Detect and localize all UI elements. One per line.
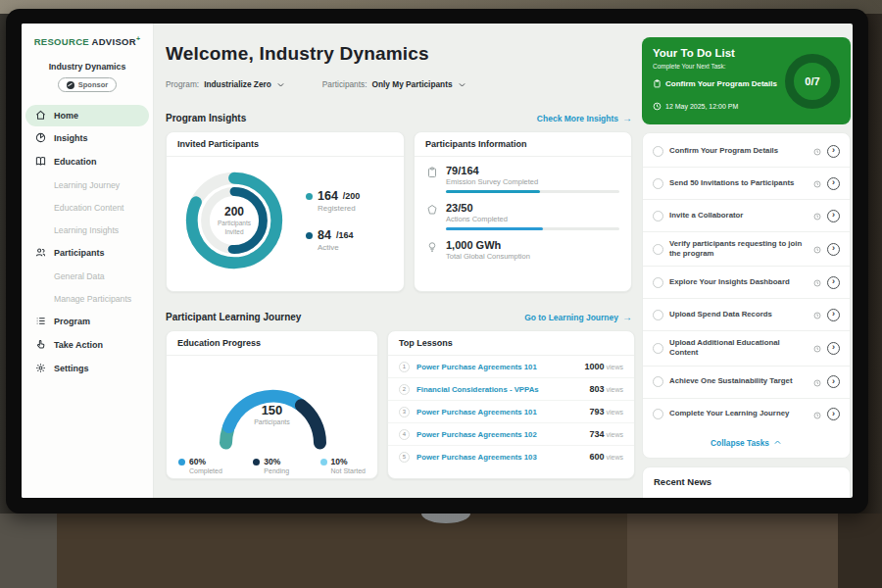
card-title: Invited Participants — [167, 132, 404, 157]
donut-center-label: Participants Invited — [209, 220, 260, 236]
legend-item-not-started: 10% Not Started — [320, 457, 366, 474]
sidebar-item-education-content[interactable]: Education Content — [22, 196, 153, 219]
task-due-icon — [813, 273, 821, 291]
task-row: Complete Your Learning Journey › — [643, 398, 850, 430]
sidebar-item-take-action[interactable]: Take Action — [22, 333, 153, 357]
donut-legend: 164/200 Registered 84/164 Active — [306, 189, 360, 252]
lesson-title-link[interactable]: Power Purchase Agreements 101 — [416, 363, 584, 371]
task-chevron-button[interactable]: › — [827, 408, 840, 420]
task-chevron-button[interactable]: › — [827, 309, 840, 321]
sidebar-item-learning-journey[interactable]: Learning Journey — [22, 173, 153, 196]
clipboard-icon — [426, 165, 438, 193]
todo-due-date: 12 May 2025, 12:00 PM — [665, 103, 738, 110]
task-checkbox[interactable] — [653, 310, 663, 320]
lesson-row: 5 Power Purchase Agreements 103 600 view… — [388, 446, 634, 467]
sidebar-item-label: Learning Journey — [54, 180, 120, 190]
legend-item-completed: 60% Completed — [178, 457, 222, 474]
todo-panel: Your To Do List Complete Your Next Task:… — [642, 37, 851, 498]
task-checkbox[interactable] — [653, 409, 663, 419]
legend-value: 30% — [264, 457, 280, 466]
task-row: Invite a Collaborator › — [643, 199, 850, 231]
task-due-icon — [813, 142, 821, 160]
task-label: Upload Spend Data Records — [669, 310, 808, 319]
task-checkbox[interactable] — [653, 343, 663, 354]
lesson-views: 734 — [589, 429, 604, 439]
participants-information-card: Participants Information 79/164 Emission… — [414, 131, 632, 292]
sponsor-badge: Sponsor — [58, 77, 117, 92]
task-due-icon — [813, 339, 821, 357]
gauge-center-label: Participants — [167, 418, 377, 425]
list-icon — [35, 316, 46, 328]
stat-value: 1,000 GWh — [446, 239, 619, 251]
program-dropdown-value: Industrialize Zero — [204, 79, 271, 89]
sidebar-item-insights[interactable]: Insights — [22, 126, 153, 150]
sidebar-item-home[interactable]: Home — [25, 105, 149, 126]
card-title: Education Progress — [167, 331, 377, 356]
program-dropdown-label: Program: — [166, 79, 199, 89]
task-row: Achieve One Sustainability Target › — [643, 366, 850, 398]
task-checkbox[interactable] — [653, 211, 663, 221]
stat-value: 79/164 — [446, 165, 619, 176]
lesson-views: 793 — [589, 407, 604, 416]
top-lessons-card: Top Lessons 1 Power Purchase Agreements … — [387, 330, 635, 479]
participants-dropdown-value: Only My Participants — [371, 79, 452, 89]
task-checkbox[interactable] — [653, 277, 663, 288]
task-label: Invite a Collaborator — [669, 211, 808, 220]
task-row: Upload Spend Data Records › — [643, 298, 850, 330]
progress-track — [446, 227, 619, 230]
sidebar-item-learning-insights[interactable]: Learning Insights — [22, 219, 153, 241]
collapse-tasks-link[interactable]: Collapse Tasks — [643, 430, 850, 453]
section-title: Program Insights — [166, 113, 246, 123]
legend-total: /200 — [343, 191, 361, 201]
task-chevron-button[interactable]: › — [827, 177, 840, 190]
lesson-rank: 4 — [399, 429, 410, 440]
lesson-title-link[interactable]: Power Purchase Agreements 101 — [416, 408, 589, 416]
task-label: Send 50 Invitations to Participants — [669, 178, 808, 188]
task-chevron-button[interactable]: › — [827, 210, 840, 222]
task-row: Confirm Your Program Details › — [643, 135, 850, 167]
task-checkbox[interactable] — [653, 244, 663, 255]
recent-news-card: Recent News — [642, 466, 851, 499]
task-chevron-button[interactable]: › — [827, 375, 840, 388]
task-chevron-button[interactable]: › — [827, 276, 840, 289]
task-checkbox[interactable] — [653, 146, 663, 157]
go-to-learning-journey-link[interactable]: Go to Learning Journey → — [524, 312, 632, 322]
program-dropdown[interactable]: Program: Industrialize Zero — [166, 75, 285, 93]
task-due-icon — [813, 240, 821, 258]
lesson-title-link[interactable]: Power Purchase Agreements 102 — [416, 430, 589, 439]
legend-value: 84 — [318, 228, 331, 242]
task-due-icon — [813, 373, 821, 391]
check-more-insights-link[interactable]: Check More Insights → — [537, 113, 632, 123]
gear-icon — [35, 363, 46, 375]
sidebar-item-settings[interactable]: Settings — [22, 357, 153, 380]
sidebar-program-name: Industry Dynamics — [22, 62, 153, 72]
task-due-icon — [813, 406, 821, 423]
task-checkbox[interactable] — [653, 376, 663, 387]
task-label: Explore Your Insights Dashboard — [669, 277, 808, 287]
task-label: Complete Your Learning Journey — [669, 409, 808, 418]
sidebar: RESOURCE ADVISOR+ Industry Dynamics Spon… — [22, 24, 154, 498]
sidebar-item-manage-participants[interactable]: Manage Participants — [22, 287, 153, 310]
task-checkbox[interactable] — [653, 178, 663, 189]
participants-dropdown[interactable]: Participants: Only My Participants — [322, 75, 466, 93]
lesson-title-link[interactable]: Financial Considerations - VPPAs — [416, 385, 589, 394]
page-title: Welcome, Industry Dynamics — [166, 43, 642, 65]
task-chevron-button[interactable]: › — [827, 342, 840, 355]
program-insights-header: Program Insights Check More Insights → — [166, 113, 632, 123]
sidebar-item-general-data[interactable]: General Data — [22, 265, 153, 287]
task-label: Achieve One Sustainability Target — [669, 376, 808, 386]
lightbulb-icon — [426, 239, 438, 261]
stat-actions-completed: 23/50 Actions Completed — [426, 202, 619, 230]
sidebar-item-program[interactable]: Program — [22, 310, 153, 333]
lesson-title-link[interactable]: Power Purchase Agreements 103 — [416, 453, 589, 462]
arrow-right-icon: → — [622, 312, 632, 322]
legend-item-active: 84/164 Active — [306, 228, 360, 252]
monitor-bezel: RESOURCE ADVISOR+ Industry Dynamics Spon… — [6, 9, 868, 514]
task-chevron-button[interactable]: › — [827, 145, 840, 158]
sidebar-item-education[interactable]: Education — [22, 150, 153, 173]
clipboard-icon — [653, 74, 662, 92]
task-chevron-button[interactable]: › — [827, 243, 840, 256]
sidebar-item-label: Education Content — [54, 203, 123, 213]
legend-dot — [178, 459, 185, 466]
sidebar-item-participants[interactable]: Participants — [22, 241, 153, 265]
